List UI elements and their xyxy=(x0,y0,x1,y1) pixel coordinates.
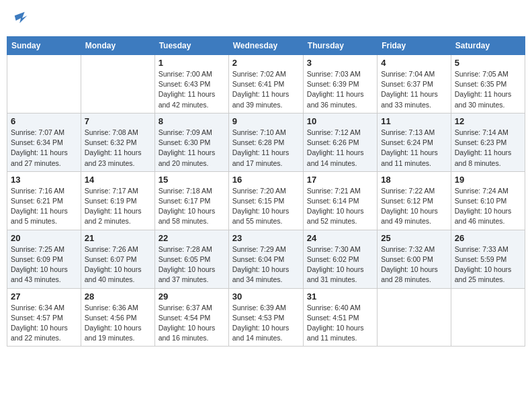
calendar-cell xyxy=(81,55,154,113)
day-number: 1 xyxy=(159,58,225,68)
day-number: 29 xyxy=(159,291,225,302)
logo-icon xyxy=(12,9,31,28)
calendar-cell: 2Sunrise: 7:02 AM Sunset: 6:41 PM Daylig… xyxy=(228,55,303,113)
calendar-cell: 28Sunrise: 6:36 AM Sunset: 4:56 PM Dayli… xyxy=(81,288,154,347)
calendar-table: SundayMondayTuesdayWednesdayThursdayFrid… xyxy=(7,36,525,347)
day-info: Sunrise: 7:03 AM Sunset: 6:39 PM Dayligh… xyxy=(307,69,373,110)
calendar-cell: 21Sunrise: 7:26 AM Sunset: 6:07 PM Dayli… xyxy=(81,230,154,288)
day-info: Sunrise: 7:18 AM Sunset: 6:17 PM Dayligh… xyxy=(159,186,225,227)
calendar-cell xyxy=(378,288,451,347)
day-number: 31 xyxy=(307,291,373,302)
calendar-cell: 24Sunrise: 7:30 AM Sunset: 6:02 PM Dayli… xyxy=(303,230,377,288)
day-header-sunday: Sunday xyxy=(7,37,81,55)
day-number: 19 xyxy=(455,175,521,185)
day-info: Sunrise: 7:00 AM Sunset: 6:43 PM Dayligh… xyxy=(159,69,225,110)
day-info: Sunrise: 7:21 AM Sunset: 6:14 PM Dayligh… xyxy=(307,186,373,227)
day-header-saturday: Saturday xyxy=(451,37,525,55)
calendar-cell: 16Sunrise: 7:20 AM Sunset: 6:15 PM Dayli… xyxy=(228,171,303,230)
day-info: Sunrise: 7:13 AM Sunset: 6:24 PM Dayligh… xyxy=(381,128,447,169)
day-info: Sunrise: 7:20 AM Sunset: 6:15 PM Dayligh… xyxy=(232,186,300,227)
day-info: Sunrise: 7:24 AM Sunset: 6:10 PM Dayligh… xyxy=(455,186,521,227)
day-info: Sunrise: 7:16 AM Sunset: 6:21 PM Dayligh… xyxy=(11,186,77,227)
day-number: 27 xyxy=(11,291,77,302)
calendar-cell xyxy=(7,55,81,113)
calendar-cell: 1Sunrise: 7:00 AM Sunset: 6:43 PM Daylig… xyxy=(154,55,228,113)
day-info: Sunrise: 7:17 AM Sunset: 6:19 PM Dayligh… xyxy=(85,186,151,227)
day-number: 10 xyxy=(307,116,373,126)
day-header-friday: Friday xyxy=(378,37,451,55)
calendar-cell: 15Sunrise: 7:18 AM Sunset: 6:17 PM Dayli… xyxy=(154,171,228,230)
day-number: 23 xyxy=(232,233,300,243)
calendar-cell: 3Sunrise: 7:03 AM Sunset: 6:39 PM Daylig… xyxy=(303,55,377,113)
calendar-cell: 23Sunrise: 7:29 AM Sunset: 6:04 PM Dayli… xyxy=(228,230,303,288)
day-number: 11 xyxy=(381,116,447,126)
calendar-week-row: 6Sunrise: 7:07 AM Sunset: 6:34 PM Daylig… xyxy=(7,113,525,171)
day-info: Sunrise: 6:34 AM Sunset: 4:57 PM Dayligh… xyxy=(11,303,77,344)
day-header-tuesday: Tuesday xyxy=(154,37,228,55)
day-number: 4 xyxy=(381,58,447,68)
calendar-cell: 22Sunrise: 7:28 AM Sunset: 6:05 PM Dayli… xyxy=(154,230,228,288)
day-info: Sunrise: 7:10 AM Sunset: 6:28 PM Dayligh… xyxy=(232,128,300,169)
day-number: 21 xyxy=(85,233,151,243)
calendar-cell: 30Sunrise: 6:39 AM Sunset: 4:53 PM Dayli… xyxy=(228,288,303,347)
day-info: Sunrise: 7:33 AM Sunset: 5:59 PM Dayligh… xyxy=(455,244,521,285)
calendar-cell: 9Sunrise: 7:10 AM Sunset: 6:28 PM Daylig… xyxy=(228,113,303,171)
calendar-cell: 7Sunrise: 7:08 AM Sunset: 6:32 PM Daylig… xyxy=(81,113,154,171)
day-info: Sunrise: 7:29 AM Sunset: 6:04 PM Dayligh… xyxy=(232,244,300,285)
day-info: Sunrise: 7:26 AM Sunset: 6:07 PM Dayligh… xyxy=(85,244,151,285)
day-info: Sunrise: 6:37 AM Sunset: 4:54 PM Dayligh… xyxy=(159,303,225,344)
day-number: 7 xyxy=(85,116,151,126)
day-number: 2 xyxy=(232,58,300,68)
calendar-cell: 10Sunrise: 7:12 AM Sunset: 6:26 PM Dayli… xyxy=(303,113,377,171)
calendar-cell: 13Sunrise: 7:16 AM Sunset: 6:21 PM Dayli… xyxy=(7,171,81,230)
calendar-cell: 4Sunrise: 7:04 AM Sunset: 6:37 PM Daylig… xyxy=(378,55,451,113)
day-info: Sunrise: 7:02 AM Sunset: 6:41 PM Dayligh… xyxy=(232,69,300,110)
day-info: Sunrise: 7:14 AM Sunset: 6:23 PM Dayligh… xyxy=(455,128,521,169)
calendar-cell: 11Sunrise: 7:13 AM Sunset: 6:24 PM Dayli… xyxy=(378,113,451,171)
day-number: 14 xyxy=(85,175,151,185)
calendar-cell: 26Sunrise: 7:33 AM Sunset: 5:59 PM Dayli… xyxy=(451,230,525,288)
calendar-week-row: 13Sunrise: 7:16 AM Sunset: 6:21 PM Dayli… xyxy=(7,171,525,230)
calendar-cell: 18Sunrise: 7:22 AM Sunset: 6:12 PM Dayli… xyxy=(378,171,451,230)
svg-marker-0 xyxy=(15,12,28,24)
day-info: Sunrise: 7:07 AM Sunset: 6:34 PM Dayligh… xyxy=(11,128,77,169)
day-number: 18 xyxy=(381,175,447,185)
calendar-cell: 20Sunrise: 7:25 AM Sunset: 6:09 PM Dayli… xyxy=(7,230,81,288)
day-info: Sunrise: 7:05 AM Sunset: 6:35 PM Dayligh… xyxy=(455,69,521,110)
calendar-cell: 8Sunrise: 7:09 AM Sunset: 6:30 PM Daylig… xyxy=(154,113,228,171)
day-info: Sunrise: 6:40 AM Sunset: 4:51 PM Dayligh… xyxy=(307,303,373,344)
day-number: 16 xyxy=(232,175,300,185)
day-number: 6 xyxy=(11,116,77,126)
day-info: Sunrise: 7:30 AM Sunset: 6:02 PM Dayligh… xyxy=(307,244,373,285)
day-info: Sunrise: 7:22 AM Sunset: 6:12 PM Dayligh… xyxy=(381,186,447,227)
logo xyxy=(12,9,32,28)
calendar-cell xyxy=(451,288,525,347)
day-info: Sunrise: 6:36 AM Sunset: 4:56 PM Dayligh… xyxy=(85,303,151,344)
calendar-cell: 6Sunrise: 7:07 AM Sunset: 6:34 PM Daylig… xyxy=(7,113,81,171)
calendar-week-row: 27Sunrise: 6:34 AM Sunset: 4:57 PM Dayli… xyxy=(7,288,525,347)
day-header-monday: Monday xyxy=(81,37,154,55)
day-header-thursday: Thursday xyxy=(303,37,377,55)
day-info: Sunrise: 7:32 AM Sunset: 6:00 PM Dayligh… xyxy=(381,244,447,285)
day-info: Sunrise: 7:25 AM Sunset: 6:09 PM Dayligh… xyxy=(11,244,77,285)
day-number: 15 xyxy=(159,175,225,185)
day-info: Sunrise: 7:28 AM Sunset: 6:05 PM Dayligh… xyxy=(159,244,225,285)
day-info: Sunrise: 7:09 AM Sunset: 6:30 PM Dayligh… xyxy=(159,128,225,169)
day-number: 17 xyxy=(307,175,373,185)
day-number: 3 xyxy=(307,58,373,68)
calendar-cell: 31Sunrise: 6:40 AM Sunset: 4:51 PM Dayli… xyxy=(303,288,377,347)
day-info: Sunrise: 7:08 AM Sunset: 6:32 PM Dayligh… xyxy=(85,128,151,169)
calendar-cell: 19Sunrise: 7:24 AM Sunset: 6:10 PM Dayli… xyxy=(451,171,525,230)
calendar-cell: 27Sunrise: 6:34 AM Sunset: 4:57 PM Dayli… xyxy=(7,288,81,347)
day-number: 28 xyxy=(85,291,151,302)
day-info: Sunrise: 7:12 AM Sunset: 6:26 PM Dayligh… xyxy=(307,128,373,169)
calendar-cell: 17Sunrise: 7:21 AM Sunset: 6:14 PM Dayli… xyxy=(303,171,377,230)
day-number: 13 xyxy=(11,175,77,185)
calendar-cell: 25Sunrise: 7:32 AM Sunset: 6:00 PM Dayli… xyxy=(378,230,451,288)
calendar-week-row: 1Sunrise: 7:00 AM Sunset: 6:43 PM Daylig… xyxy=(7,55,525,113)
calendar-week-row: 20Sunrise: 7:25 AM Sunset: 6:09 PM Dayli… xyxy=(7,230,525,288)
calendar-cell: 5Sunrise: 7:05 AM Sunset: 6:35 PM Daylig… xyxy=(451,55,525,113)
day-number: 5 xyxy=(455,58,521,68)
day-number: 25 xyxy=(381,233,447,243)
day-number: 24 xyxy=(307,233,373,243)
